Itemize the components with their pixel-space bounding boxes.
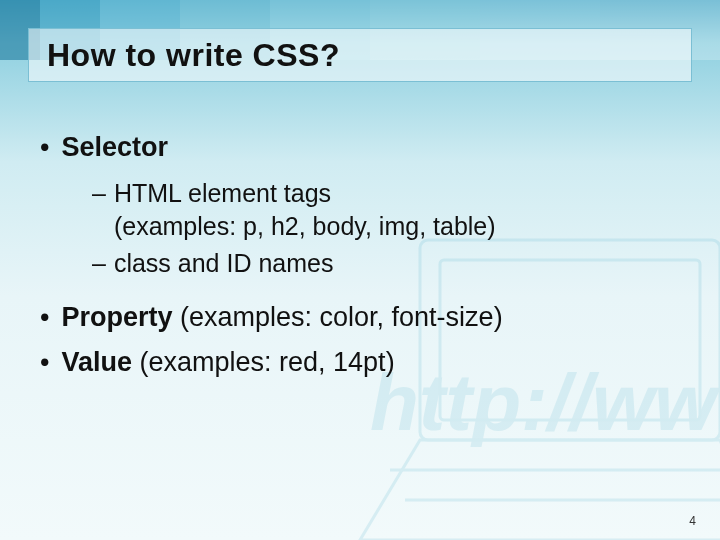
bullet-icon: • [40, 347, 49, 378]
bullet-rest: (examples: color, font-size) [173, 302, 503, 332]
bullet-label: Property [61, 302, 172, 332]
dash-icon: – [92, 177, 106, 243]
bullet-icon: • [40, 302, 49, 333]
bullet-rest: (examples: red, 14pt) [132, 347, 395, 377]
dash-icon: – [92, 247, 106, 280]
bullet-label: Selector [61, 132, 168, 162]
slide-body: • Selector – HTML element tags (examples… [40, 132, 680, 392]
page-number: 4 [689, 514, 696, 528]
sub-bullet: – HTML element tags (examples: p, h2, bo… [92, 177, 680, 243]
bullet-icon: • [40, 132, 49, 163]
bullet-label: Value [61, 347, 132, 377]
sub-bullet: – class and ID names [92, 247, 680, 280]
bullet-value: • Value (examples: red, 14pt) [40, 347, 680, 378]
title-box: How to write CSS? [28, 28, 692, 82]
bullet-property: • Property (examples: color, font-size) [40, 302, 680, 333]
slide-title: How to write CSS? [47, 37, 340, 74]
bullet-selector: • Selector [40, 132, 680, 163]
sub-bullet-text: HTML element tags (examples: p, h2, body… [114, 177, 496, 243]
sub-bullet-text: class and ID names [114, 247, 334, 280]
